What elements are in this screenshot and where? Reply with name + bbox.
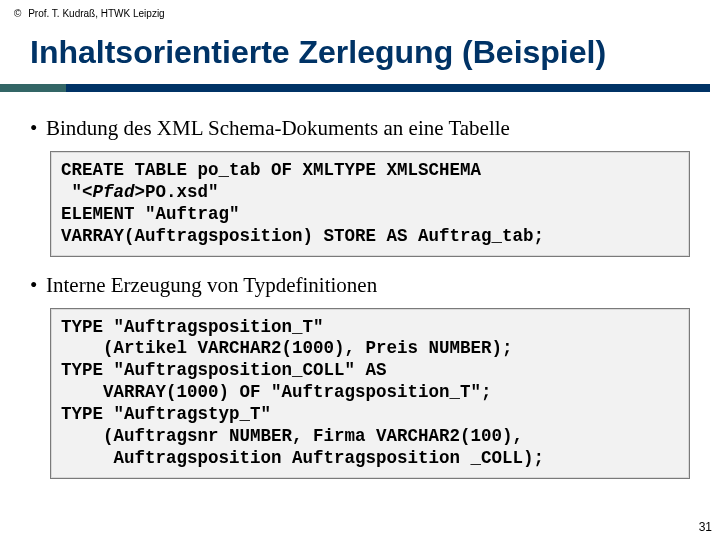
copyright-text: Prof. T. Kudraß, HTWK Leipzig: [28, 8, 165, 19]
code2-l5: TYPE "Auftragstyp_T": [61, 404, 271, 424]
code2-l4: VARRAY(1000) OF "Auftragsposition_T";: [61, 382, 492, 402]
bullet-2-text: Interne Erzeugung von Typdefinitionen: [46, 273, 377, 297]
code1-l4: VARRAY(Auftragsposition) STORE AS Auftra…: [61, 226, 544, 246]
code2-l2: (Artikel VARCHAR2(1000), Preis NUMBER);: [61, 338, 513, 358]
page-number: 31: [699, 520, 712, 534]
code-block-1: CREATE TABLE po_tab OF XMLTYPE XMLSCHEMA…: [50, 151, 690, 257]
copyright-symbol: ©: [14, 8, 21, 19]
code2-l6: (Auftragsnr NUMBER, Firma VARCHAR2(100),: [61, 426, 523, 446]
code-block-2: TYPE "Auftragsposition_T" (Artikel VARCH…: [50, 308, 690, 479]
bullet-dot: •: [30, 116, 46, 141]
slide-title: Inhaltsorientierte Zerlegung (Beispiel): [30, 34, 700, 71]
bullet-1-text: Bindung des XML Schema-Dokuments an eine…: [46, 116, 510, 140]
code1-l2b: PO.xsd": [145, 182, 219, 202]
code2-l3: TYPE "Auftragsposition_COLL" AS: [61, 360, 387, 380]
code1-l3: ELEMENT "Auftrag": [61, 204, 240, 224]
slide: © Prof. T. Kudraß, HTWK Leipzig Inhaltso…: [0, 0, 720, 540]
code2-l7: Auftragsposition Auftragsposition _COLL)…: [61, 448, 544, 468]
code2-l1: TYPE "Auftragsposition_T": [61, 317, 324, 337]
title-underline-accent: [0, 84, 66, 92]
code1-l1: CREATE TABLE po_tab OF XMLTYPE XMLSCHEMA: [61, 160, 481, 180]
title-underline: [0, 84, 710, 92]
slide-content: •Bindung des XML Schema-Dokuments an ein…: [30, 110, 690, 495]
bullet-2: •Interne Erzeugung von Typdefinitionen: [30, 273, 690, 298]
copyright-line: © Prof. T. Kudraß, HTWK Leipzig: [14, 8, 165, 19]
code1-l2-placeholder: <Pfad>: [82, 182, 145, 202]
bullet-dot: •: [30, 273, 46, 298]
bullet-1: •Bindung des XML Schema-Dokuments an ein…: [30, 116, 690, 141]
code1-l2a: ": [61, 182, 82, 202]
